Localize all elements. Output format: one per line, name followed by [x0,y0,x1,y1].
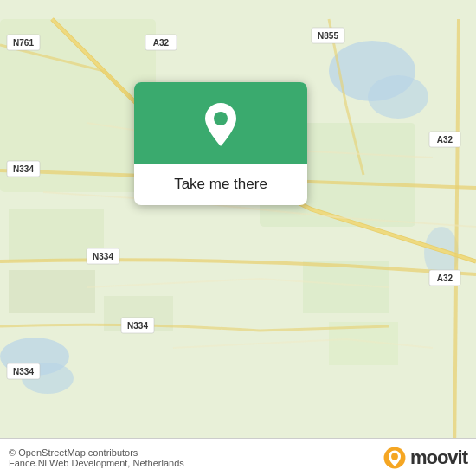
location-pin-icon [202,101,240,148]
osm-copyright: © OpenStreetMap contributors [9,447,184,458]
take-me-there-button[interactable]: Take me there [174,176,267,192]
svg-text:N855: N855 [318,31,338,41]
moovit-logo-icon [383,446,407,470]
svg-point-31 [214,112,228,125]
svg-point-33 [391,453,398,460]
popup-header [134,82,307,164]
footer-right: moovit [383,446,467,470]
popup-body[interactable]: Take me there [134,164,307,205]
svg-point-2 [368,75,428,119]
svg-rect-9 [9,270,95,313]
popup-card: Take me there [134,82,307,205]
svg-text:N334: N334 [13,367,34,376]
svg-text:N334: N334 [127,321,148,331]
map-container: N761 A32 N855 N334 N334 N334 N334 A32 A3… [0,0,476,476]
svg-text:A32: A32 [437,135,453,145]
svg-text:N334: N334 [13,164,34,174]
moovit-text: moovit [410,447,467,469]
footer-left: © OpenStreetMap contributors Fance.Nl We… [9,447,184,468]
svg-text:A32: A32 [153,38,170,48]
footer-bar: © OpenStreetMap contributors Fance.Nl We… [0,438,476,476]
brand-name: Fance.Nl Web Development, Netherlands [9,458,184,468]
svg-text:A32: A32 [437,273,453,283]
map-background: N761 A32 N855 N334 N334 N334 N334 A32 A3… [0,0,476,476]
svg-text:N761: N761 [13,38,34,48]
svg-text:N334: N334 [93,252,113,261]
